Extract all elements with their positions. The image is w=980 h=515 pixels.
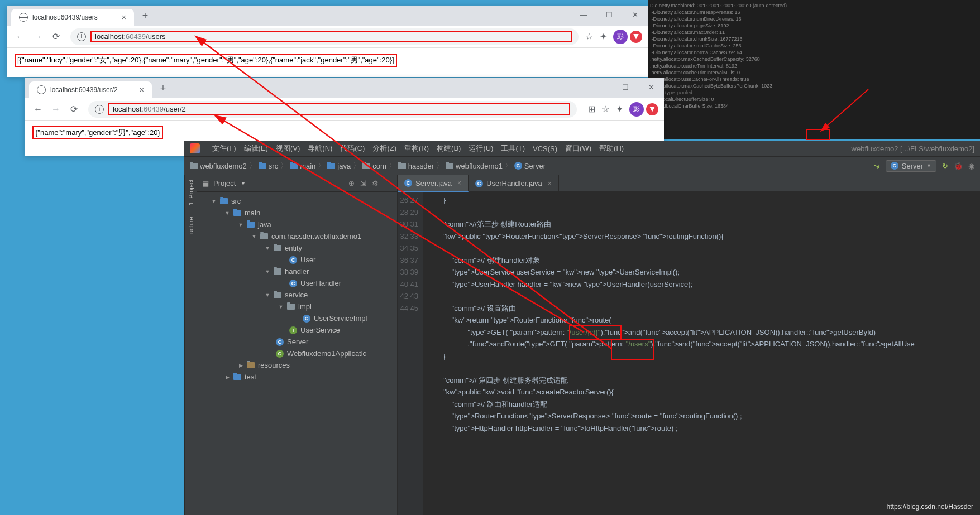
structure-tab[interactable]: ucture — [188, 216, 194, 234]
menu-run[interactable]: 运行(U) — [469, 143, 493, 153]
profile-avatar[interactable]: 彭 — [613, 30, 628, 44]
menu-analyze[interactable]: 分析(Z) — [372, 143, 396, 153]
url-text: localhost:60439/user/2 — [108, 103, 570, 115]
maximize-button[interactable]: ☐ — [596, 6, 622, 23]
console-output: Dio.netty.machineId: 00:00:00:00:00:00:0… — [648, 0, 980, 139]
folder-icon — [446, 163, 453, 169]
address-bar[interactable]: i localhost:60439/user/2 — [88, 101, 577, 118]
bookmark-icon[interactable]: ☆ — [601, 104, 609, 114]
reload-button[interactable]: ⟳ — [48, 29, 64, 45]
menu-vcs[interactable]: VCS(S) — [533, 145, 557, 153]
menu-tools[interactable]: 工具(T) — [501, 143, 525, 153]
run-config-selector[interactable]: C Server ▼ — [886, 160, 936, 172]
tab-title: localhost:60439/user/2 — [50, 86, 118, 94]
project-panel: ▤ Project ▼ ⊕ ⇲ ⚙ — ▼src ▼main ▼java ▼co… — [197, 175, 398, 515]
menu-file[interactable]: 文件(F) — [212, 143, 236, 153]
menu-view[interactable]: 视图(V) — [276, 143, 300, 153]
menu-refactor[interactable]: 重构(R) — [404, 143, 429, 153]
menu-edit[interactable]: 编辑(E) — [244, 143, 268, 153]
browser-window-1: — ☐ ✕ localhost:60439/users × + ← → ⟳ i … — [7, 6, 648, 77]
editor-tab-server[interactable]: CServer.java× — [398, 175, 469, 192]
tab-title: localhost:60439/users — [32, 13, 98, 21]
project-tree[interactable]: ▼src ▼main ▼java ▼com.hassder.webfluxdem… — [197, 192, 397, 386]
browser-toolbar: ← → ⟳ i localhost:60439/user/2 ⊞ ☆ ✦ 彭 — [25, 98, 664, 121]
gutter: 26 27 28 29 30 31 32 33 34 35 36 37 38 3… — [398, 192, 423, 515]
close-tab-icon[interactable]: × — [122, 13, 126, 22]
side-tabs[interactable]: ucture 1: Project — [184, 175, 197, 515]
folder-icon — [362, 163, 370, 169]
forward-button[interactable]: → — [30, 29, 46, 45]
menu-navigate[interactable]: 导航(N) — [308, 143, 332, 153]
new-tab-button[interactable]: + — [137, 8, 153, 23]
close-tab-icon[interactable]: × — [140, 85, 144, 94]
breadcrumb[interactable]: webfluxdemo2 〉src 〉main 〉java 〉com 〉hass… — [190, 161, 546, 171]
code-editor[interactable]: 26 27 28 29 30 31 32 33 34 35 36 37 38 3… — [398, 192, 980, 515]
forward-button[interactable]: → — [48, 102, 64, 117]
browser-tab[interactable]: localhost:60439/user/2 × — [29, 81, 152, 98]
globe-icon — [37, 85, 46, 94]
project-tab[interactable]: 1: Project — [188, 180, 194, 205]
browser-tabs: localhost:60439/users × + — [7, 6, 648, 26]
browser-tab[interactable]: localhost:60439/users × — [11, 9, 134, 26]
project-folder-icon: ▤ — [202, 179, 209, 187]
browser-tabs: localhost:60439/user/2 × + — [25, 78, 664, 98]
new-tab-button[interactable]: + — [155, 80, 171, 96]
rerun-button[interactable]: ↻ — [942, 162, 948, 170]
editor-tab-userhandler[interactable]: CUserHandler.java× — [469, 175, 559, 192]
url-text: localhost:60439/users — [90, 31, 572, 42]
collapse-all-icon[interactable]: ⇲ — [360, 179, 366, 187]
globe-icon — [19, 13, 28, 22]
minimize-button[interactable]: — — [571, 6, 596, 23]
extensions-icon[interactable]: ✦ — [611, 102, 627, 117]
menu-help[interactable]: 帮助(H) — [599, 143, 624, 153]
address-bar[interactable]: i localhost:60439/users — [70, 28, 579, 45]
hide-icon[interactable]: — — [384, 179, 391, 187]
debug-button[interactable]: 🐞 — [954, 162, 963, 170]
folder-icon — [190, 163, 198, 169]
menu-build[interactable]: 构建(B) — [437, 143, 461, 153]
editor-tabs: CServer.java× CUserHandler.java× — [398, 175, 980, 192]
folder-icon — [290, 163, 298, 169]
chevron-down-icon: ▼ — [240, 180, 246, 186]
qr-icon[interactable]: ⊞ — [584, 102, 599, 117]
close-icon[interactable]: × — [548, 180, 552, 187]
close-icon[interactable]: × — [457, 179, 461, 187]
back-button[interactable]: ← — [12, 29, 28, 45]
json-response: [{"name":"lucy","gender":"女","age":20},{… — [15, 54, 397, 67]
minimize-button[interactable]: — — [587, 78, 613, 96]
class-icon: C — [514, 162, 522, 170]
ide-toolbar: webfluxdemo2 〉src 〉main 〉java 〉com 〉hass… — [184, 156, 980, 175]
site-info-icon[interactable]: i — [77, 32, 86, 41]
site-info-icon[interactable]: i — [95, 105, 104, 114]
page-content: [{"name":"lucy","gender":"女","age":20},{… — [7, 48, 648, 73]
menu-code[interactable]: 代码(C) — [340, 143, 365, 153]
reload-button[interactable]: ⟳ — [66, 102, 82, 117]
select-opened-file-icon[interactable]: ⊕ — [348, 179, 355, 187]
profile-avatar[interactable]: 彭 — [629, 102, 644, 117]
extensions-icon[interactable]: ✦ — [595, 29, 611, 45]
window-controls: — ☐ ✕ — [587, 78, 664, 96]
adblock-icon[interactable] — [646, 103, 658, 115]
browser-toolbar: ← → ⟳ i localhost:60439/users ☆ ✦ 彭 — [7, 26, 648, 48]
chevron-down-icon: ▼ — [926, 163, 931, 169]
class-icon: C — [891, 162, 898, 170]
back-button[interactable]: ← — [30, 102, 46, 117]
project-panel-header[interactable]: ▤ Project ▼ ⊕ ⇲ ⚙ — — [197, 175, 397, 192]
close-button[interactable]: ✕ — [638, 78, 664, 96]
bookmark-icon[interactable]: ☆ — [585, 31, 593, 42]
ide-title: webfluxdemo2 [...\FLS\webfluxdemo2] — [852, 145, 974, 153]
watermark: https://blog.csdn.net/Hassder — [887, 503, 973, 511]
build-button[interactable]: ↘ — [872, 160, 881, 171]
menu-window[interactable]: 窗口(W) — [565, 143, 591, 153]
coverage-button[interactable]: ◉ — [968, 162, 974, 170]
adblock-icon[interactable] — [630, 31, 642, 43]
ide-window: 文件(F) 编辑(E) 视图(V) 导航(N) 代码(C) 分析(Z) 重构(R… — [184, 141, 980, 515]
settings-icon[interactable]: ⚙ — [372, 179, 379, 187]
intellij-logo-icon — [190, 143, 200, 153]
maximize-button[interactable]: ☐ — [613, 78, 638, 96]
close-button[interactable]: ✕ — [622, 6, 648, 23]
window-controls: — ☐ ✕ — [571, 6, 648, 23]
folder-icon — [327, 163, 335, 169]
json-response: {"name":"mary","gender":"男","age":20} — [32, 126, 163, 139]
code-body[interactable]: } "comm">//第三步 创建Router路由 "kw">public "t… — [423, 192, 980, 515]
